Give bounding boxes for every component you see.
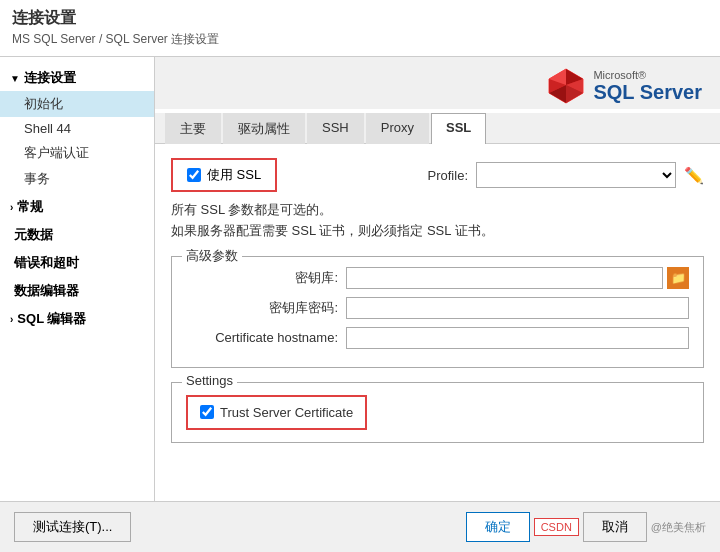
cancel-button[interactable]: 取消 (583, 512, 647, 542)
main-content: ▼ 连接设置 初始化 Shell 44 客户端认证 事务 › 常规 元数据 错误… (0, 57, 720, 501)
trust-cert-checkbox[interactable] (200, 405, 214, 419)
footer: 测试连接(T)... 确定 CSDN 取消 @绝美焦析 (0, 501, 720, 552)
sidebar-section-data-editor[interactable]: 数据编辑器 (0, 276, 154, 304)
settings-legend: Settings (182, 373, 237, 388)
expand-arrow-icon: ▼ (10, 73, 20, 84)
footer-right: 确定 CSDN 取消 @绝美焦析 (466, 512, 706, 542)
test-connection-button[interactable]: 测试连接(T)... (14, 512, 131, 542)
dialog: 连接设置 MS SQL Server / SQL Server 连接设置 ▼ 连… (0, 0, 720, 552)
dialog-subtitle: MS SQL Server / SQL Server 连接设置 (12, 31, 708, 48)
profile-row: Profile: ✏️ (428, 162, 704, 188)
sidebar-section-general[interactable]: › 常规 (0, 192, 154, 220)
sidebar-section-metadata[interactable]: 元数据 (0, 220, 154, 248)
logo-text: Microsoft® SQL Server (593, 69, 702, 104)
settings-group: Settings Trust Server Certificate (171, 382, 704, 443)
tab-driver-props[interactable]: 驱动属性 (223, 113, 305, 144)
ok-button[interactable]: 确定 (466, 512, 530, 542)
dialog-title: 连接设置 (12, 8, 708, 29)
keystore-label: 密钥库: (186, 269, 346, 287)
keystore-password-row: 密钥库密码: (186, 297, 689, 319)
sidebar-section-connection-settings[interactable]: ▼ 连接设置 (0, 63, 154, 91)
expand-arrow-sql-icon: › (10, 314, 13, 325)
cert-hostname-label: Certificate hostname: (186, 330, 346, 345)
tab-ssh[interactable]: SSH (307, 113, 364, 144)
use-ssl-label: 使用 SSL (207, 166, 261, 184)
keystore-row: 密钥库: 📁 (186, 267, 689, 289)
csdn-badge[interactable]: CSDN (534, 518, 579, 536)
tabs-row: 主要 驱动属性 SSH Proxy SSL (155, 113, 720, 144)
sidebar-sql-editor-label: SQL 编辑器 (17, 310, 86, 328)
content-area: 使用 SSL Profile: ✏️ 所有 SSL 参数都是可选的。 如果服务器… (155, 144, 720, 501)
watermark: @绝美焦析 (651, 520, 706, 535)
sidebar-item-shell[interactable]: Shell 44 (0, 117, 154, 140)
use-ssl-checkbox-wrapper[interactable]: 使用 SSL (171, 158, 277, 192)
trust-cert-label: Trust Server Certificate (220, 405, 353, 420)
keystore-password-input[interactable] (346, 297, 689, 319)
advanced-legend: 高级参数 (182, 247, 242, 265)
hint-text: 所有 SSL 参数都是可选的。 如果服务器配置需要 SSL 证书，则必须指定 S… (171, 200, 704, 242)
hint-line2: 如果服务器配置需要 SSL 证书，则必须指定 SSL 证书。 (171, 221, 704, 242)
sqlserver-logo-icon (545, 67, 587, 105)
keystore-browse-button[interactable]: 📁 (667, 267, 689, 289)
sql-logo: Microsoft® SQL Server (537, 63, 710, 109)
header-area: Microsoft® SQL Server (155, 57, 720, 109)
advanced-params-group: 高级参数 密钥库: 📁 密钥库密码: Certificate hostna (171, 256, 704, 368)
keystore-input-wrapper: 📁 (346, 267, 689, 289)
sidebar-general-label: 常规 (17, 198, 43, 216)
sidebar: ▼ 连接设置 初始化 Shell 44 客户端认证 事务 › 常规 元数据 错误… (0, 57, 155, 501)
profile-label: Profile: (428, 168, 468, 183)
cert-hostname-row: Certificate hostname: (186, 327, 689, 349)
sidebar-data-editor-label: 数据编辑器 (14, 282, 79, 300)
right-panel: Microsoft® SQL Server 主要 驱动属性 SSH Proxy … (155, 57, 720, 501)
use-ssl-checkbox[interactable] (187, 168, 201, 182)
sidebar-item-client-auth[interactable]: 客户端认证 (0, 140, 154, 166)
microsoft-label: Microsoft® (593, 69, 702, 81)
profile-select[interactable] (476, 162, 676, 188)
sidebar-item-transaction[interactable]: 事务 (0, 166, 154, 192)
cert-hostname-input[interactable] (346, 327, 689, 349)
top-section: 使用 SSL Profile: ✏️ (171, 158, 704, 192)
expand-arrow-general-icon: › (10, 202, 13, 213)
sidebar-section-error-timeout[interactable]: 错误和超时 (0, 248, 154, 276)
keystore-password-label: 密钥库密码: (186, 299, 346, 317)
edit-profile-icon[interactable]: ✏️ (684, 166, 704, 185)
footer-left: 测试连接(T)... (14, 512, 131, 542)
sidebar-error-label: 错误和超时 (14, 254, 79, 272)
sidebar-section-label: 连接设置 (24, 69, 76, 87)
sqlserver-label: SQL Server (593, 81, 702, 104)
sidebar-item-init[interactable]: 初始化 (0, 91, 154, 117)
tab-ssl[interactable]: SSL (431, 113, 486, 144)
sidebar-metadata-label: 元数据 (14, 226, 53, 244)
tab-proxy[interactable]: Proxy (366, 113, 429, 144)
tab-main[interactable]: 主要 (165, 113, 221, 144)
sidebar-section-sql-editor[interactable]: › SQL 编辑器 (0, 304, 154, 332)
trust-cert-wrapper[interactable]: Trust Server Certificate (186, 395, 367, 430)
keystore-input[interactable] (346, 267, 663, 289)
title-bar: 连接设置 MS SQL Server / SQL Server 连接设置 (0, 0, 720, 57)
hint-line1: 所有 SSL 参数都是可选的。 (171, 200, 704, 221)
